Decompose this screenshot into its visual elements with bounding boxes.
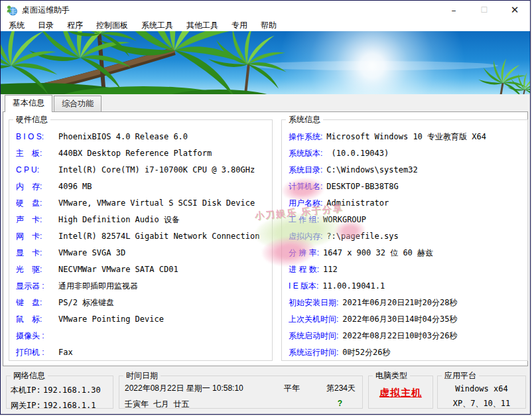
sys-value: Administrator <box>326 198 389 208</box>
sys-value: Microsoft Windows 10 专业教育版 X64 <box>326 132 486 141</box>
hw-value: NECVMWar VMware SATA CD01 <box>58 265 178 274</box>
sys-label: 虚拟内存: <box>289 228 322 245</box>
sys-label: 系统启动时间: <box>289 328 338 344</box>
lunar-date: 壬寅年 七月 廿五 <box>125 399 189 410</box>
sys-row-boot-time: 系统启动时间:2022年08月22日10时03分26秒 <box>289 328 527 344</box>
platform-versions: XP、7、10、11 <box>438 396 525 411</box>
menu-dedicated[interactable]: 专用 <box>225 19 254 32</box>
year-type: 平年 <box>284 383 300 394</box>
sys-value: 2022年06月30日14时04分35秒 <box>342 314 457 324</box>
hw-value: Fax <box>58 348 73 357</box>
sys-value: 11.00.19041.1 <box>322 281 385 291</box>
menu-control-panel[interactable]: 控制面板 <box>90 19 135 32</box>
sys-row-sysdir: 系统目录:C:\Windows\system32 <box>289 162 527 178</box>
sys-row-ie-version: I E 版本:11.00.19041.1 <box>289 278 527 295</box>
sys-row-os: 操作系统:Microsoft Windows 10 专业教育版 X64 <box>289 129 527 145</box>
hw-value: 4096 MB <box>58 182 92 191</box>
app-window: 桌面运维助手 – ☐ ✕ 系统 目录 程序 控制面板 系统工具 其他工具 专用 … <box>0 0 531 415</box>
datetime-body: 2022年08月22日 星期一 10:58:10 平年 第234天 壬寅年 七月… <box>119 381 362 411</box>
hw-value: PhoenixBIOS 4.0 Release 6.0 <box>58 132 188 141</box>
menu-help[interactable]: 帮助 <box>254 19 283 32</box>
computer-type-groupbox: 电脑类型 虚拟主机 <box>368 370 433 409</box>
platform-os: Windows x64 <box>438 381 525 396</box>
sys-row-username: 用户名称:Administrator <box>289 195 527 212</box>
tab-page-basic-info: 硬件信息 B I O S:PhoenixBIOS 4.0 Release 6.0… <box>3 111 528 366</box>
tab-basic-info[interactable]: 基本信息 <box>5 95 52 112</box>
hw-label: B I O S: <box>16 129 54 145</box>
network-rows: 本机IP: 192.168.1.30 网关IP: 192.168.1.1 <box>7 381 113 413</box>
hw-value: VMware Pointing Device <box>58 314 164 324</box>
gateway-ip-label: 网关IP: <box>11 401 41 410</box>
sys-row-uptime: 系统运行时间:0时52分26秒 <box>289 344 527 361</box>
hw-label: 主 板: <box>16 145 54 162</box>
gateway-ip-row: 网关IP: 192.168.1.1 <box>11 398 113 413</box>
computer-type-title: 电脑类型 <box>373 370 410 381</box>
system-info-groupbox: 系统信息 操作系统:Microsoft Windows 10 专业教育版 X64… <box>281 114 528 361</box>
gateway-ip-value: 192.168.1.1 <box>43 401 96 410</box>
sys-row-processes: 进 程 数:112 <box>289 261 527 278</box>
hw-row-cpu: C P U:Intel(R) Core(TM) i7-10700K CPU @ … <box>16 162 272 178</box>
hw-value: PS/2 标准键盘 <box>58 298 114 307</box>
hw-row-printer: 打印机 :Fax <box>16 344 272 361</box>
sys-label: 系统版本: <box>289 145 322 162</box>
sys-value: 2021年06月20日21时20分28秒 <box>342 298 457 307</box>
sys-label: 分 辨 率: <box>289 245 319 261</box>
day-of-year: 第234天 <box>326 383 356 394</box>
close-button[interactable]: ✕ <box>499 1 530 19</box>
hardware-info-title: 硬件信息 <box>13 114 50 125</box>
hw-row-monitor: 显示器 :通用非即插即用监视器 <box>16 278 272 295</box>
sys-value: DESKTOP-BB38T8G <box>326 182 398 191</box>
hw-row-mouse: 鼠 标:VMware Pointing Device <box>16 311 272 328</box>
sys-label: 进 程 数: <box>289 261 319 278</box>
maximize-button[interactable]: ☐ <box>469 1 499 19</box>
window-controls: – ☐ ✕ <box>438 1 530 19</box>
sys-row-install-date: 初始安装日期:2021年06月20日21时20分28秒 <box>289 295 527 311</box>
platform-title: 应用平台 <box>442 370 479 381</box>
sys-value: C:\Windows\system32 <box>326 165 417 174</box>
hw-label: 内 存: <box>16 178 54 195</box>
hw-label: 键 盘: <box>16 295 54 311</box>
platform-groupbox: 应用平台 Windows x64 XP、7、10、11 <box>437 370 526 409</box>
app-icon <box>6 5 17 16</box>
hw-label: C P U: <box>16 162 54 178</box>
system-info-title: 系统信息 <box>286 114 323 125</box>
sys-row-computername: 计算机名:DESKTOP-BB38T8G <box>289 178 527 195</box>
hw-label: 显 卡: <box>16 245 54 261</box>
datetime-groupbox: 时间日期 2022年08月22日 星期一 10:58:10 平年 第234天 壬… <box>119 370 363 409</box>
bottom-bar: 网络信息 本机IP: 192.168.1.30 网关IP: 192.168.1.… <box>1 366 530 414</box>
network-info-groupbox: 网络信息 本机IP: 192.168.1.30 网关IP: 192.168.1.… <box>6 370 113 409</box>
hw-value: Intel(R) 82574L Gigabit Network Connecti… <box>58 232 259 241</box>
help-question-mark[interactable]: ? <box>338 399 342 408</box>
hw-row-gpu: 显 卡:VMware SVGA 3D <box>16 245 272 261</box>
menu-directory[interactable]: 目录 <box>31 19 60 32</box>
window-title: 桌面运维助手 <box>22 5 70 16</box>
virtual-host-link[interactable]: 虚拟主机 <box>369 387 432 399</box>
menu-system-tools[interactable]: 系统工具 <box>135 19 180 32</box>
hw-row-memory: 内 存:4096 MB <box>16 178 272 195</box>
minimize-button[interactable]: – <box>438 1 469 19</box>
hw-row-nic: 网 卡:Intel(R) 82574L Gigabit Network Conn… <box>16 228 272 245</box>
sys-label: 初始安装日期: <box>289 295 338 311</box>
sys-value: 2022年08月22日10时03分26秒 <box>342 331 457 340</box>
sys-row-version: 系统版本: (10.0.19043) <box>289 145 527 162</box>
hw-value: 440BX Desktop Reference Platform <box>58 149 212 158</box>
hw-row-sound: 声 卡:High Definition Audio 设备 <box>16 212 272 228</box>
menu-programs[interactable]: 程序 <box>60 19 90 32</box>
tab-comprehensive[interactable]: 综合功能 <box>54 96 101 111</box>
hw-label: 声 卡: <box>16 212 54 228</box>
hw-value: 通用非即插即用监视器 <box>58 281 138 291</box>
tab-strip: 基本信息 综合功能 <box>1 94 530 111</box>
local-ip-row: 本机IP: 192.168.1.30 <box>11 383 113 398</box>
hw-label: 显示器 : <box>16 278 54 295</box>
hw-label: 网 卡: <box>16 228 54 245</box>
sys-row-last-shutdown: 上次关机时间:2022年06月30日14时04分35秒 <box>289 311 527 328</box>
hw-row-camera: 摄像头 : <box>16 328 272 344</box>
solar-date-time: 2022年08月22日 星期一 10:58:10 <box>125 383 243 394</box>
sys-label: 用户名称: <box>289 195 322 212</box>
menu-other-tools[interactable]: 其他工具 <box>180 19 225 32</box>
sys-value: 0时52分26秒 <box>342 348 390 357</box>
sys-label: 工 作 组: <box>289 212 319 228</box>
menu-system[interactable]: 系统 <box>2 19 31 32</box>
sys-value: 112 <box>323 265 338 274</box>
sys-label: 上次关机时间: <box>289 311 338 328</box>
